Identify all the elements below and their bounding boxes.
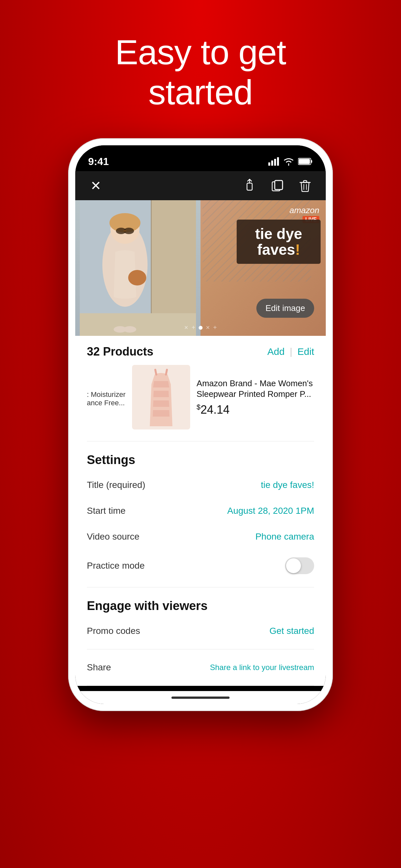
headline-line1: Easy to get [115,33,286,72]
amazon-text: amazon [289,206,320,215]
phone-outer: 9:41 [68,138,333,711]
products-count: 32 Products [87,345,153,359]
share-value[interactable]: Share a link to your livestream [210,663,314,672]
home-bar [172,696,229,699]
content-area: 32 Products Add | Edit : Moisturizer anc… [75,336,326,686]
share-row: Share Share a link to your livestream [75,655,326,680]
dress-illustration [142,368,181,426]
signal-icon [268,157,279,166]
notch [158,145,243,162]
edit-image-button[interactable]: Edit image [256,299,314,318]
title-value[interactable]: tie dye faves! [261,480,314,490]
toolbar-right-icons [241,177,314,195]
product-price: $24.14 [197,403,314,416]
dot-plus-2: + [213,324,217,331]
product-partial-left: : Moisturizer ance Free... [87,387,126,407]
promo-label: Promo codes [87,626,140,636]
dot-x-1: ✕ [184,324,188,331]
dot-plus-1: + [191,324,195,331]
partial-text-2: ance Free... [87,399,126,407]
stream-image: amazon LIVE tie dye faves! Edit image ✕ … [75,200,326,336]
status-time: 9:41 [88,156,109,167]
phone-mockup: 9:41 [68,138,333,711]
svg-point-24 [128,270,146,285]
dot-x-2: ✕ [206,324,210,331]
video-source-row: Video source Phone camera [75,524,326,550]
toggle-knob [286,558,301,573]
add-products-link[interactable]: Add [267,346,284,357]
wifi-icon [283,157,294,166]
start-time-label: Start time [87,506,126,516]
product-image [132,365,190,430]
svg-rect-6 [299,159,310,164]
divider-3 [87,649,314,649]
price-symbol: $ [197,403,201,411]
products-header: 32 Products Add | Edit [75,336,326,365]
video-source-value[interactable]: Phone camera [255,531,314,542]
page-headline: Easy to get started [89,32,312,113]
start-time-value[interactable]: August 28, 2020 1PM [227,506,314,516]
svg-point-26 [123,326,136,333]
overlay-text: tie dye faves! [244,226,313,257]
promo-value[interactable]: Get started [269,626,314,636]
headline-line2: started [148,73,252,112]
engage-title: Engage with viewers [75,593,326,618]
product-info: Amazon Brand - Mae Women's Sleepwear Pri… [197,378,314,417]
share-label: Share [87,662,111,673]
video-source-label: Video source [87,531,140,542]
start-time-row: Start time August 28, 2020 1PM [75,498,326,524]
products-actions: Add | Edit [267,346,314,357]
title-row: Title (required) tie dye faves! [75,472,326,498]
svg-rect-0 [268,162,270,166]
status-icons [268,157,313,166]
price-value: 24.14 [201,403,229,416]
settings-title: Settings [75,446,326,472]
svg-rect-7 [247,183,252,190]
share-button[interactable] [241,177,258,195]
svg-rect-3 [277,157,279,166]
product-name: Amazon Brand - Mae Women's Sleepwear Pri… [197,378,314,400]
tie-dye-overlay: tie dye faves! [237,220,320,264]
overlay-line1: tie dye [255,225,302,242]
svg-rect-10 [275,181,282,190]
practice-mode-toggle[interactable] [285,557,314,574]
close-button[interactable]: ✕ [87,177,105,195]
practice-mode-row: Practice mode [75,550,326,582]
svg-rect-2 [274,159,276,166]
divider-1 [87,441,314,441]
delete-button[interactable] [296,177,314,195]
title-label: Title (required) [87,480,145,490]
action-separator: | [290,346,292,357]
edit-products-link[interactable]: Edit [297,346,314,357]
battery-icon [298,158,313,165]
svg-rect-1 [271,160,273,166]
partial-text-1: : Moisturizer [87,391,126,399]
divider-4 [87,686,314,686]
product-list: : Moisturizer ance Free... [75,365,326,436]
home-indicator [75,691,326,704]
overlay-line2: faves [257,241,296,258]
app-toolbar: ✕ [75,171,326,200]
dot-active [198,326,203,330]
svg-rect-17 [80,313,196,336]
image-dots: ✕ + ✕ + [184,324,217,331]
phone-inner: 9:41 [75,145,326,704]
overlay-exclaim: ! [295,241,300,258]
svg-rect-5 [311,160,312,163]
photo-bg [75,200,201,336]
practice-mode-label: Practice mode [87,561,145,571]
person-illustration [75,200,201,336]
divider-2 [87,587,314,587]
status-bar: 9:41 [75,145,326,171]
duplicate-button[interactable] [268,177,286,195]
promo-codes-row: Promo codes Get started [75,618,326,644]
